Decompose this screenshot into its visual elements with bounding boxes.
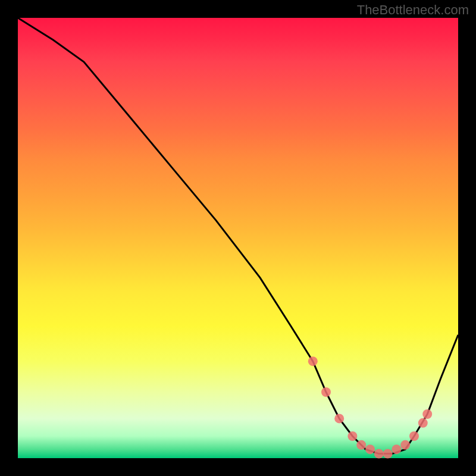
curve-marker bbox=[374, 449, 384, 459]
chart-plot-area bbox=[18, 18, 458, 458]
curve-marker bbox=[383, 449, 393, 459]
curve-marker bbox=[400, 440, 410, 450]
curve-marker bbox=[392, 444, 401, 454]
chart-svg bbox=[18, 18, 458, 458]
curve-marker bbox=[365, 444, 375, 454]
curve-marker bbox=[422, 409, 432, 419]
curve-marker bbox=[356, 440, 366, 450]
curve-marker bbox=[308, 356, 318, 366]
curve-marker bbox=[418, 418, 428, 428]
watermark-text: TheBottleneck.com bbox=[357, 2, 469, 18]
curve-markers-group bbox=[308, 356, 432, 458]
curve-marker bbox=[409, 431, 419, 441]
curve-marker bbox=[347, 431, 357, 441]
bottleneck-curve-line bbox=[18, 18, 458, 454]
curve-marker bbox=[321, 387, 331, 397]
curve-marker bbox=[334, 414, 344, 423]
